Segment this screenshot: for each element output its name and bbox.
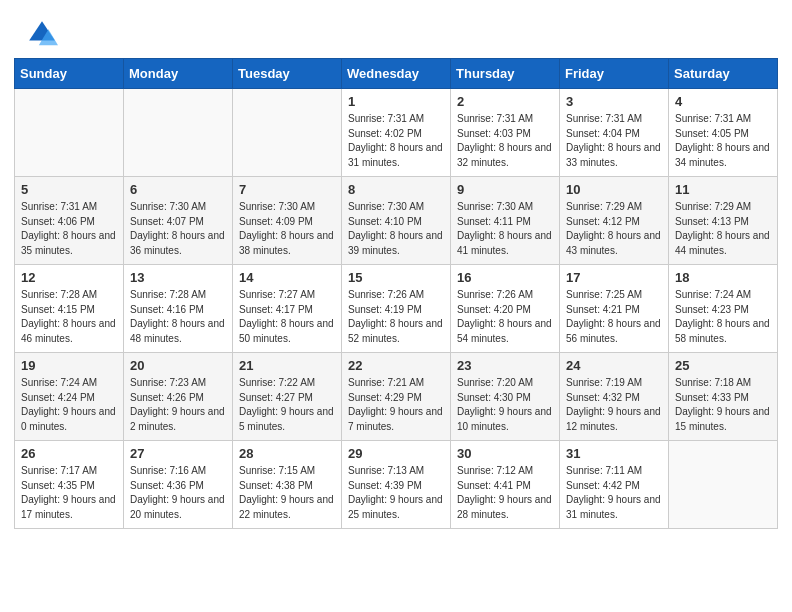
day-cell: 17Sunrise: 7:25 AM Sunset: 4:21 PM Dayli… — [560, 265, 669, 353]
day-info: Sunrise: 7:21 AM Sunset: 4:29 PM Dayligh… — [348, 376, 444, 434]
day-info: Sunrise: 7:30 AM Sunset: 4:10 PM Dayligh… — [348, 200, 444, 258]
day-cell: 1Sunrise: 7:31 AM Sunset: 4:02 PM Daylig… — [342, 89, 451, 177]
day-cell: 3Sunrise: 7:31 AM Sunset: 4:04 PM Daylig… — [560, 89, 669, 177]
day-info: Sunrise: 7:19 AM Sunset: 4:32 PM Dayligh… — [566, 376, 662, 434]
day-number: 5 — [21, 182, 117, 197]
day-cell — [124, 89, 233, 177]
week-row-4: 26Sunrise: 7:17 AM Sunset: 4:35 PM Dayli… — [15, 441, 778, 529]
calendar-table: SundayMondayTuesdayWednesdayThursdayFrid… — [14, 58, 778, 529]
day-cell: 15Sunrise: 7:26 AM Sunset: 4:19 PM Dayli… — [342, 265, 451, 353]
day-number: 4 — [675, 94, 771, 109]
day-info: Sunrise: 7:30 AM Sunset: 4:09 PM Dayligh… — [239, 200, 335, 258]
day-number: 26 — [21, 446, 117, 461]
day-info: Sunrise: 7:17 AM Sunset: 4:35 PM Dayligh… — [21, 464, 117, 522]
day-cell — [15, 89, 124, 177]
day-info: Sunrise: 7:12 AM Sunset: 4:41 PM Dayligh… — [457, 464, 553, 522]
day-info: Sunrise: 7:13 AM Sunset: 4:39 PM Dayligh… — [348, 464, 444, 522]
day-number: 31 — [566, 446, 662, 461]
day-cell: 16Sunrise: 7:26 AM Sunset: 4:20 PM Dayli… — [451, 265, 560, 353]
day-number: 1 — [348, 94, 444, 109]
day-info: Sunrise: 7:28 AM Sunset: 4:16 PM Dayligh… — [130, 288, 226, 346]
day-info: Sunrise: 7:24 AM Sunset: 4:24 PM Dayligh… — [21, 376, 117, 434]
day-info: Sunrise: 7:31 AM Sunset: 4:04 PM Dayligh… — [566, 112, 662, 170]
day-cell: 23Sunrise: 7:20 AM Sunset: 4:30 PM Dayli… — [451, 353, 560, 441]
day-info: Sunrise: 7:23 AM Sunset: 4:26 PM Dayligh… — [130, 376, 226, 434]
day-number: 25 — [675, 358, 771, 373]
day-cell: 13Sunrise: 7:28 AM Sunset: 4:16 PM Dayli… — [124, 265, 233, 353]
day-number: 7 — [239, 182, 335, 197]
day-info: Sunrise: 7:29 AM Sunset: 4:13 PM Dayligh… — [675, 200, 771, 258]
day-number: 30 — [457, 446, 553, 461]
day-cell: 7Sunrise: 7:30 AM Sunset: 4:09 PM Daylig… — [233, 177, 342, 265]
day-cell: 11Sunrise: 7:29 AM Sunset: 4:13 PM Dayli… — [669, 177, 778, 265]
day-cell: 2Sunrise: 7:31 AM Sunset: 4:03 PM Daylig… — [451, 89, 560, 177]
day-number: 22 — [348, 358, 444, 373]
day-number: 9 — [457, 182, 553, 197]
header-thursday: Thursday — [451, 59, 560, 89]
day-cell: 22Sunrise: 7:21 AM Sunset: 4:29 PM Dayli… — [342, 353, 451, 441]
header-friday: Friday — [560, 59, 669, 89]
header-saturday: Saturday — [669, 59, 778, 89]
calendar-header-row: SundayMondayTuesdayWednesdayThursdayFrid… — [15, 59, 778, 89]
calendar-body: 1Sunrise: 7:31 AM Sunset: 4:02 PM Daylig… — [15, 89, 778, 529]
logo-icon — [26, 18, 58, 50]
day-info: Sunrise: 7:28 AM Sunset: 4:15 PM Dayligh… — [21, 288, 117, 346]
day-number: 12 — [21, 270, 117, 285]
day-info: Sunrise: 7:31 AM Sunset: 4:02 PM Dayligh… — [348, 112, 444, 170]
day-number: 20 — [130, 358, 226, 373]
day-number: 11 — [675, 182, 771, 197]
day-cell: 29Sunrise: 7:13 AM Sunset: 4:39 PM Dayli… — [342, 441, 451, 529]
day-cell: 27Sunrise: 7:16 AM Sunset: 4:36 PM Dayli… — [124, 441, 233, 529]
day-info: Sunrise: 7:30 AM Sunset: 4:07 PM Dayligh… — [130, 200, 226, 258]
day-cell: 21Sunrise: 7:22 AM Sunset: 4:27 PM Dayli… — [233, 353, 342, 441]
day-info: Sunrise: 7:31 AM Sunset: 4:03 PM Dayligh… — [457, 112, 553, 170]
header-wednesday: Wednesday — [342, 59, 451, 89]
day-cell: 10Sunrise: 7:29 AM Sunset: 4:12 PM Dayli… — [560, 177, 669, 265]
header-monday: Monday — [124, 59, 233, 89]
day-number: 17 — [566, 270, 662, 285]
day-number: 18 — [675, 270, 771, 285]
header-tuesday: Tuesday — [233, 59, 342, 89]
day-info: Sunrise: 7:26 AM Sunset: 4:19 PM Dayligh… — [348, 288, 444, 346]
day-number: 15 — [348, 270, 444, 285]
day-number: 19 — [21, 358, 117, 373]
day-cell: 31Sunrise: 7:11 AM Sunset: 4:42 PM Dayli… — [560, 441, 669, 529]
day-cell: 14Sunrise: 7:27 AM Sunset: 4:17 PM Dayli… — [233, 265, 342, 353]
day-cell: 20Sunrise: 7:23 AM Sunset: 4:26 PM Dayli… — [124, 353, 233, 441]
day-info: Sunrise: 7:11 AM Sunset: 4:42 PM Dayligh… — [566, 464, 662, 522]
day-info: Sunrise: 7:16 AM Sunset: 4:36 PM Dayligh… — [130, 464, 226, 522]
day-info: Sunrise: 7:25 AM Sunset: 4:21 PM Dayligh… — [566, 288, 662, 346]
day-number: 23 — [457, 358, 553, 373]
day-cell: 18Sunrise: 7:24 AM Sunset: 4:23 PM Dayli… — [669, 265, 778, 353]
day-info: Sunrise: 7:20 AM Sunset: 4:30 PM Dayligh… — [457, 376, 553, 434]
day-info: Sunrise: 7:15 AM Sunset: 4:38 PM Dayligh… — [239, 464, 335, 522]
day-info: Sunrise: 7:31 AM Sunset: 4:06 PM Dayligh… — [21, 200, 117, 258]
day-number: 13 — [130, 270, 226, 285]
day-cell: 4Sunrise: 7:31 AM Sunset: 4:05 PM Daylig… — [669, 89, 778, 177]
calendar-wrapper: SundayMondayTuesdayWednesdayThursdayFrid… — [0, 58, 792, 543]
day-number: 6 — [130, 182, 226, 197]
day-cell: 5Sunrise: 7:31 AM Sunset: 4:06 PM Daylig… — [15, 177, 124, 265]
day-cell — [669, 441, 778, 529]
day-number: 14 — [239, 270, 335, 285]
day-cell: 6Sunrise: 7:30 AM Sunset: 4:07 PM Daylig… — [124, 177, 233, 265]
week-row-0: 1Sunrise: 7:31 AM Sunset: 4:02 PM Daylig… — [15, 89, 778, 177]
day-number: 21 — [239, 358, 335, 373]
week-row-3: 19Sunrise: 7:24 AM Sunset: 4:24 PM Dayli… — [15, 353, 778, 441]
day-number: 16 — [457, 270, 553, 285]
day-cell: 26Sunrise: 7:17 AM Sunset: 4:35 PM Dayli… — [15, 441, 124, 529]
week-row-2: 12Sunrise: 7:28 AM Sunset: 4:15 PM Dayli… — [15, 265, 778, 353]
day-info: Sunrise: 7:30 AM Sunset: 4:11 PM Dayligh… — [457, 200, 553, 258]
day-cell: 12Sunrise: 7:28 AM Sunset: 4:15 PM Dayli… — [15, 265, 124, 353]
day-cell: 19Sunrise: 7:24 AM Sunset: 4:24 PM Dayli… — [15, 353, 124, 441]
day-cell: 9Sunrise: 7:30 AM Sunset: 4:11 PM Daylig… — [451, 177, 560, 265]
day-number: 27 — [130, 446, 226, 461]
day-number: 3 — [566, 94, 662, 109]
day-cell: 25Sunrise: 7:18 AM Sunset: 4:33 PM Dayli… — [669, 353, 778, 441]
day-number: 2 — [457, 94, 553, 109]
day-info: Sunrise: 7:22 AM Sunset: 4:27 PM Dayligh… — [239, 376, 335, 434]
day-number: 29 — [348, 446, 444, 461]
day-info: Sunrise: 7:27 AM Sunset: 4:17 PM Dayligh… — [239, 288, 335, 346]
day-info: Sunrise: 7:31 AM Sunset: 4:05 PM Dayligh… — [675, 112, 771, 170]
day-cell: 30Sunrise: 7:12 AM Sunset: 4:41 PM Dayli… — [451, 441, 560, 529]
